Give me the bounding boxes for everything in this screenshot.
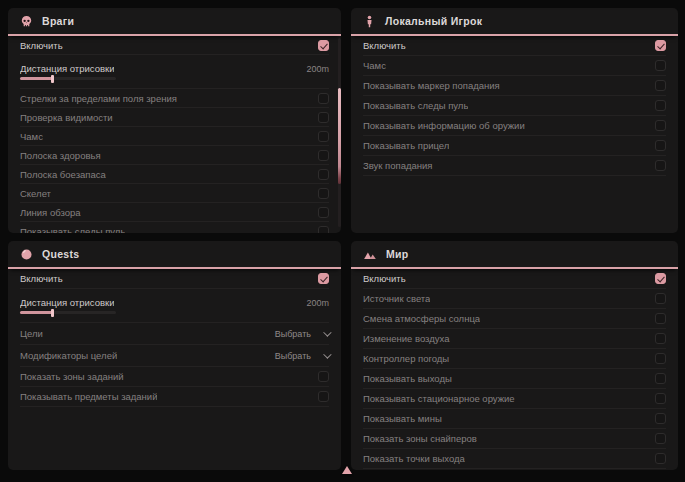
slider[interactable] (20, 311, 116, 314)
checkbox[interactable] (655, 100, 666, 111)
setting-row: Источник света (363, 289, 666, 309)
checkbox[interactable] (318, 93, 329, 104)
checkbox[interactable] (655, 413, 666, 424)
setting-label: Дистанция отрисовки (20, 297, 114, 308)
setting-label: Контроллер погоды (363, 353, 449, 364)
setting-label: Цели (20, 328, 43, 339)
setting-label: Чамс (363, 60, 386, 71)
checkbox-checked[interactable] (318, 40, 329, 51)
setting-row: Дистанция отрисовки200m (20, 289, 329, 323)
checkbox[interactable] (655, 453, 666, 464)
setting-label: Модификаторы целей (20, 350, 117, 361)
settings-list: ВключитьЧамсПоказывать маркер попаданияП… (351, 36, 678, 176)
setting-row: Показывать мины (363, 409, 666, 429)
setting-label: Проверка видимости (20, 112, 113, 123)
setting-label: Полоска здоровья (20, 150, 101, 161)
setting-row: Чамс (20, 127, 329, 146)
checkbox[interactable] (655, 160, 666, 171)
setting-label: Показать точки выхода (363, 453, 465, 464)
settings-list: ВключитьДистанция отрисовки200mСтрелки з… (8, 36, 341, 233)
panel-quests: Quests ВключитьДистанция отрисовки200mЦе… (8, 241, 341, 470)
setting-row: Включить (20, 269, 329, 289)
checkbox[interactable] (318, 112, 329, 123)
quest-icon (20, 248, 33, 261)
setting-row: Показывать предметы заданий (20, 387, 329, 407)
mountains-icon (363, 248, 377, 261)
setting-row: Звук попадания (363, 156, 666, 176)
panel-header: Враги (8, 8, 341, 36)
panel-header: Локальный Игрок (351, 8, 678, 36)
checkbox[interactable] (655, 393, 666, 404)
setting-row: Включить (363, 269, 666, 289)
slider-fill (20, 77, 53, 80)
setting-label: Стрелки за пределами поля зрения (20, 93, 177, 104)
checkbox[interactable] (655, 293, 666, 304)
setting-label: Показывать следы пуль (363, 100, 468, 111)
setting-label: Включить (363, 40, 406, 51)
chevron-down-icon (323, 328, 331, 336)
setting-row: Показывать информацию об оружии (363, 116, 666, 136)
setting-label: Показывать мины (363, 413, 442, 424)
checkbox[interactable] (318, 169, 329, 180)
checkbox[interactable] (655, 353, 666, 364)
setting-row: ЦелиВыбрать (20, 323, 329, 345)
panel-title: Враги (42, 15, 74, 27)
setting-label: Включить (20, 40, 63, 51)
slider-fill (20, 311, 53, 314)
setting-row: Чамс (363, 56, 666, 76)
select-dropdown[interactable]: Выбрать (275, 351, 329, 361)
setting-label: Чамс (20, 131, 43, 142)
checkbox[interactable] (318, 150, 329, 161)
checkbox[interactable] (318, 391, 329, 402)
setting-label: Показывать стационарное оружие (363, 393, 515, 404)
select-value: Выбрать (275, 329, 311, 339)
checkbox-checked[interactable] (318, 273, 329, 284)
checkbox-checked[interactable] (655, 273, 666, 284)
checkbox[interactable] (318, 226, 329, 234)
setting-label: Показывать выходы (363, 373, 452, 384)
checkbox[interactable] (655, 140, 666, 151)
checkbox[interactable] (655, 80, 666, 91)
checkbox[interactable] (318, 131, 329, 142)
select-value: Выбрать (275, 351, 311, 361)
setting-row: Проверка видимости (20, 108, 329, 127)
checkbox[interactable] (655, 120, 666, 131)
scrollbar-track[interactable] (338, 38, 341, 227)
setting-label: Линия обзора (20, 207, 81, 218)
checkbox[interactable] (655, 60, 666, 71)
setting-label: Скелет (20, 188, 51, 199)
setting-label: Включить (363, 273, 406, 284)
checkbox[interactable] (318, 207, 329, 218)
checkbox[interactable] (655, 313, 666, 324)
setting-label: Смена атмосферы солнца (363, 313, 480, 324)
slider-handle[interactable] (51, 75, 54, 83)
checkbox[interactable] (655, 333, 666, 344)
panel-title: Quests (42, 248, 79, 260)
checkbox[interactable] (655, 433, 666, 444)
setting-row: Полоска здоровья (20, 146, 329, 165)
slider[interactable] (20, 77, 116, 80)
setting-label: Показывать прицел (363, 140, 449, 151)
setting-row: Контроллер погоды (363, 349, 666, 369)
panel-local-player: Локальный Игрок ВключитьЧамсПоказывать м… (351, 8, 678, 233)
slider-handle[interactable] (51, 309, 54, 317)
setting-row: Дистанция отрисовки200m (20, 55, 329, 89)
slider-value: 200m (306, 64, 329, 74)
checkbox[interactable] (318, 371, 329, 382)
panel-world: Мир ВключитьИсточник светаСмена атмосфер… (351, 241, 678, 470)
panel-header: Quests (8, 241, 341, 269)
select-dropdown[interactable]: Выбрать (275, 329, 329, 339)
setting-label: Показать зоны снайперов (363, 433, 477, 444)
setting-row: Показать точки выхода (363, 449, 666, 469)
cursor-triangle-icon (342, 466, 352, 474)
setting-row: Показывать стационарное оружие (363, 389, 666, 409)
setting-row: Показывать следы пуль (20, 222, 329, 233)
setting-label: Звук попадания (363, 160, 433, 171)
scrollbar-thumb[interactable] (338, 88, 341, 184)
checkbox-checked[interactable] (655, 40, 666, 51)
checkbox[interactable] (318, 188, 329, 199)
setting-row: Линия обзора (20, 203, 329, 222)
checkbox[interactable] (655, 373, 666, 384)
setting-row: Скелет (20, 184, 329, 203)
setting-row: Показывать прицел (363, 136, 666, 156)
